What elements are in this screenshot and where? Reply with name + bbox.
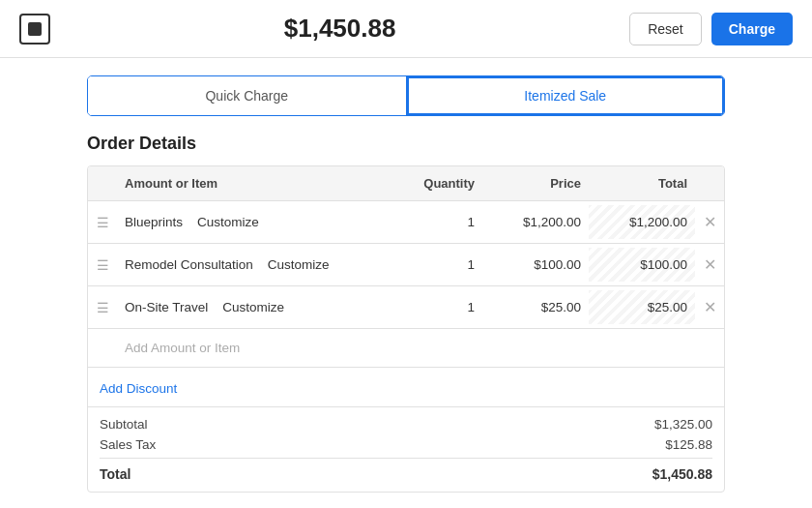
quantity-1[interactable]: 1 <box>386 205 482 239</box>
table-row: ☰ Remodel Consultation Customize 1 $100.… <box>88 244 724 286</box>
header-actions: Reset Charge <box>629 13 793 45</box>
col-total: Total <box>589 176 695 191</box>
price-1: $1,200.00 <box>482 205 589 239</box>
col-drag <box>88 176 117 191</box>
total-value: $1,450.88 <box>652 466 712 482</box>
logo-icon <box>28 22 42 36</box>
table-header: Amount or Item Quantity Price Total <box>88 166 724 201</box>
subtotal-label: Subtotal <box>100 417 148 432</box>
price-3: $25.00 <box>482 290 589 324</box>
subtotal-line: Subtotal $1,325.00 <box>100 417 712 432</box>
item-name-2: Remodel Consultation Customize <box>117 248 386 282</box>
tax-label: Sales Tax <box>100 437 156 452</box>
add-discount-link[interactable]: Add Discount <box>100 381 177 396</box>
remove-row-2[interactable]: ✕ <box>695 246 724 284</box>
tax-value: $125.88 <box>665 437 712 452</box>
remove-row-1[interactable]: ✕ <box>695 203 724 241</box>
drag-handle[interactable]: ☰ <box>88 290 117 325</box>
order-details-title: Order Details <box>87 134 725 154</box>
price-2: $100.00 <box>482 248 589 282</box>
drag-handle[interactable]: ☰ <box>88 248 117 283</box>
total-1: $1,200.00 <box>589 205 695 239</box>
total-label: Total <box>100 466 130 482</box>
header-total-amount: $1,450.88 <box>284 14 396 44</box>
summary-rows: Subtotal $1,325.00 Sales Tax $125.88 Tot… <box>88 407 724 492</box>
add-item-input[interactable]: Add Amount or Item <box>88 329 724 368</box>
add-discount-section: Add Discount <box>88 368 724 407</box>
total-3: $25.00 <box>589 290 695 324</box>
tab-bar: Quick Charge Itemized Sale <box>87 75 725 116</box>
item-name-1: Blueprints Customize <box>117 205 386 239</box>
subtotal-value: $1,325.00 <box>654 417 712 432</box>
remove-row-3[interactable]: ✕ <box>695 288 724 326</box>
col-quantity: Quantity <box>386 176 482 191</box>
col-price: Price <box>482 176 589 191</box>
col-item: Amount or Item <box>117 176 386 191</box>
quantity-3[interactable]: 1 <box>386 290 482 324</box>
total-line: Total $1,450.88 <box>100 458 712 482</box>
order-summary: Add Discount Subtotal $1,325.00 Sales Ta… <box>88 368 724 492</box>
col-remove <box>695 176 724 191</box>
reset-button[interactable]: Reset <box>629 13 702 45</box>
app-logo <box>19 14 50 45</box>
total-2: $100.00 <box>589 248 695 282</box>
tab-quick-charge[interactable]: Quick Charge <box>88 76 407 115</box>
quantity-2[interactable]: 1 <box>386 248 482 282</box>
order-table: Amount or Item Quantity Price Total ☰ Bl… <box>87 165 725 493</box>
charge-button[interactable]: Charge <box>711 13 793 45</box>
item-name-3: On-Site Travel Customize <box>117 290 386 324</box>
drag-handle[interactable]: ☰ <box>88 205 117 240</box>
table-row: ☰ Blueprints Customize 1 $1,200.00 $1,20… <box>88 201 724 244</box>
table-row: ☰ On-Site Travel Customize 1 $25.00 $25.… <box>88 286 724 329</box>
tab-itemized-sale[interactable]: Itemized Sale <box>407 76 725 115</box>
main-content: Order Details Amount or Item Quantity Pr… <box>0 116 812 493</box>
tax-line: Sales Tax $125.88 <box>100 437 712 452</box>
header: $1,450.88 Reset Charge <box>0 0 812 58</box>
